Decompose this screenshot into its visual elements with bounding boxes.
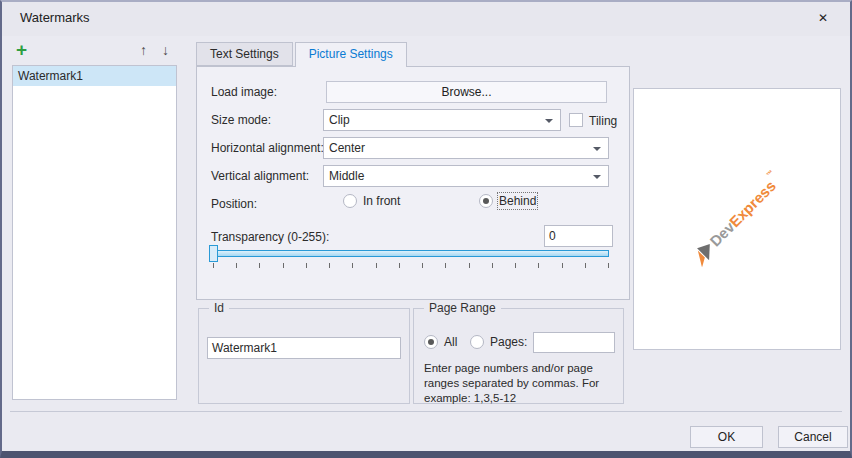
radio-icon [424, 335, 438, 349]
page-range-all-label: All [444, 335, 457, 349]
devexpress-watermark: DevExpress™ [686, 168, 787, 269]
radio-icon [470, 335, 484, 349]
position-infront-label: In front [363, 194, 400, 208]
horizontal-alignment-dropdown[interactable]: Center [323, 137, 609, 159]
transparency-slider-track[interactable] [211, 250, 609, 257]
size-mode-value: Clip [329, 113, 350, 127]
id-group-title: Id [209, 301, 229, 315]
settings-tabs: Text Settings Picture Settings [196, 42, 407, 67]
list-item[interactable]: Watermark1 [13, 66, 176, 86]
id-groupbox: Id Watermark1 [198, 308, 410, 404]
logo-text-express: Express [726, 177, 779, 230]
page-range-help-text: Enter page numbers and/or page ranges se… [424, 361, 618, 406]
footer-separator [10, 411, 842, 412]
size-mode-label: Size mode: [211, 113, 271, 127]
move-down-button[interactable]: ↓ [162, 42, 169, 58]
dialog-title: Watermarks [20, 10, 90, 25]
page-range-pages-label: Pages: [490, 335, 527, 349]
ok-button[interactable]: OK [690, 426, 763, 448]
browse-button[interactable]: Browse... [326, 81, 607, 103]
page-range-group-title: Page Range [424, 301, 501, 315]
watermark-preview: DevExpress™ [633, 88, 841, 350]
vertical-alignment-label: Vertical alignment: [211, 169, 309, 183]
watermark-list-toolbar: + ↑ ↓ [12, 38, 177, 64]
position-infront-radio[interactable]: In front [343, 194, 400, 208]
watermark-list: Watermark1 [12, 65, 177, 400]
vertical-alignment-value: Middle [329, 169, 364, 183]
page-range-all-radio[interactable]: All [424, 335, 457, 349]
position-behind-radio[interactable]: Behind [479, 194, 536, 208]
tiling-label: Tiling [589, 114, 617, 128]
chevron-down-icon [545, 119, 553, 123]
chevron-down-icon [593, 175, 601, 179]
vertical-alignment-dropdown[interactable]: Middle [323, 165, 609, 187]
position-label: Position: [211, 197, 257, 211]
pages-input[interactable] [533, 332, 615, 353]
title-bar: Watermarks ✕ [2, 2, 850, 36]
chevron-down-icon [593, 147, 601, 151]
page-range-pages-radio[interactable]: Pages: [470, 335, 527, 349]
radio-icon [479, 194, 493, 208]
move-up-button[interactable]: ↑ [140, 42, 147, 58]
close-icon[interactable]: ✕ [814, 9, 832, 27]
tiling-checkbox[interactable] [569, 113, 583, 127]
transparency-slider-thumb[interactable] [209, 245, 218, 262]
position-behind-label: Behind [499, 194, 536, 208]
horizontal-alignment-label: Horizontal alignment: [211, 141, 324, 155]
transparency-input[interactable]: 0 [544, 225, 613, 247]
cancel-button[interactable]: Cancel [778, 426, 848, 448]
id-input[interactable]: Watermark1 [207, 337, 401, 359]
load-image-label: Load image: [211, 85, 277, 99]
tab-text-settings[interactable]: Text Settings [196, 42, 293, 66]
page-range-groupbox: Page Range All Pages: Enter page numbers… [413, 308, 624, 404]
radio-icon [343, 194, 357, 208]
transparency-label: Transparency (0-255): [211, 230, 329, 244]
transparency-slider-ticks [213, 263, 609, 269]
tab-picture-settings[interactable]: Picture Settings [295, 42, 407, 67]
size-mode-dropdown[interactable]: Clip [323, 109, 561, 131]
watermarks-dialog: Watermarks ✕ + ↑ ↓ Watermark1 Text Setti… [0, 0, 852, 458]
add-watermark-button[interactable]: + [16, 39, 27, 61]
horizontal-alignment-value: Center [329, 141, 365, 155]
picture-settings-panel: Load image: Browse... Size mode: Clip Ti… [196, 66, 630, 300]
